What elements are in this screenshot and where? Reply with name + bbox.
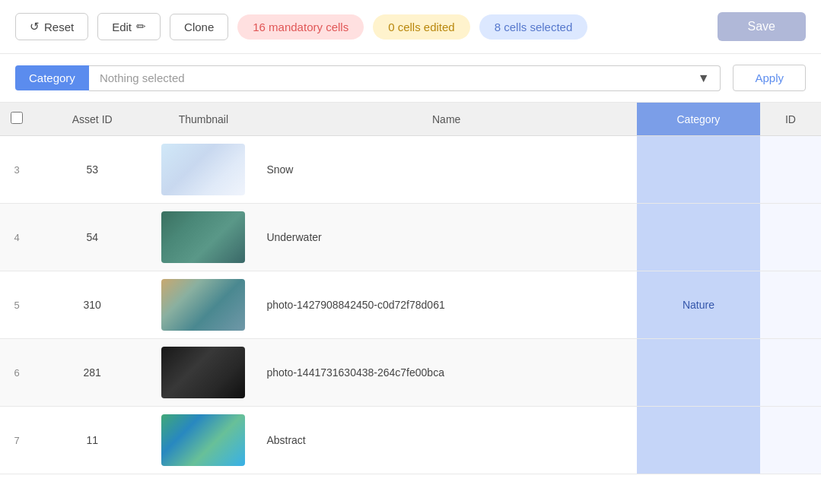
row-number: 7 [0, 407, 33, 474]
selected-cells-badge: 8 cells selected [479, 14, 588, 40]
thumbnail-cell [151, 339, 256, 407]
category-filter-button[interactable]: Category [15, 65, 89, 90]
assets-table: Asset ID Thumbnail Name Category ID 353S… [0, 103, 821, 474]
filter-bar: Category Nothing selected ▼ Apply [0, 54, 821, 103]
table-wrap: Asset ID Thumbnail Name Category ID 353S… [0, 103, 821, 474]
asset-id-header: Asset ID [33, 103, 151, 136]
toolbar: Reset Edit Clone 16 mandatory cells 0 ce… [0, 0, 821, 54]
thumbnail-cell [151, 204, 256, 271]
table-header-row: Asset ID Thumbnail Name Category ID [0, 103, 821, 136]
name-cell: Underwater [256, 204, 637, 271]
select-all-header [0, 103, 33, 136]
edit-label: Edit [112, 21, 132, 33]
row-number: 6 [0, 339, 33, 407]
name-cell: photo-1441731630438-264c7fe00bca [256, 339, 637, 407]
select-all-checkbox[interactable] [11, 112, 23, 124]
asset-id-cell: 281 [33, 339, 151, 407]
name-header: Name [256, 103, 637, 136]
category-header: Category [637, 103, 760, 136]
id-cell [760, 407, 821, 474]
pencil-icon [136, 20, 146, 33]
id-cell [760, 136, 821, 204]
thumbnail-header: Thumbnail [151, 103, 256, 136]
thumbnail-image [161, 279, 245, 331]
thumbnail-image [161, 144, 245, 195]
name-cell: Abstract [256, 407, 637, 474]
category-cell[interactable] [637, 204, 760, 271]
clone-button[interactable]: Clone [170, 14, 228, 40]
reset-button[interactable]: Reset [15, 13, 88, 40]
category-cell[interactable]: Nature [637, 271, 760, 339]
edit-button[interactable]: Edit [97, 13, 161, 40]
table-row: 5310photo-1427908842450-c0d72f78d061Natu… [0, 271, 821, 339]
row-number: 5 [0, 271, 33, 339]
name-cell: photo-1427908842450-c0d72f78d061 [256, 271, 637, 339]
reset-label: Reset [44, 21, 74, 33]
thumbnail-image [161, 414, 245, 466]
reset-icon [30, 20, 40, 33]
id-cell [760, 271, 821, 339]
chevron-down-icon: ▼ [698, 71, 710, 85]
id-header: ID [760, 103, 821, 136]
category-select-placeholder: Nothing selected [100, 71, 698, 84]
id-cell [760, 339, 821, 407]
category-cell[interactable] [637, 339, 760, 407]
category-cell[interactable] [637, 136, 760, 204]
clone-label: Clone [184, 21, 214, 33]
save-button[interactable]: Save [718, 12, 806, 41]
thumbnail-cell [151, 271, 256, 339]
thumbnail-cell [151, 136, 256, 204]
asset-id-cell: 310 [33, 271, 151, 339]
edited-cells-badge: 0 cells edited [373, 14, 470, 40]
row-number: 3 [0, 136, 33, 204]
thumbnail-image [161, 211, 245, 263]
thumbnail-cell [151, 407, 256, 474]
asset-id-cell: 53 [33, 136, 151, 204]
apply-button[interactable]: Apply [733, 65, 806, 91]
category-select[interactable]: Nothing selected ▼ [89, 65, 721, 91]
table-row: 454Underwater [0, 204, 821, 271]
id-cell [760, 204, 821, 271]
category-cell[interactable] [637, 407, 760, 474]
asset-id-cell: 11 [33, 407, 151, 474]
row-number: 4 [0, 204, 33, 271]
table-row: 353Snow [0, 136, 821, 204]
asset-id-cell: 54 [33, 204, 151, 271]
thumbnail-image [161, 347, 245, 398]
name-cell: Snow [256, 136, 637, 204]
table-row: 711Abstract [0, 407, 821, 474]
table-row: 6281photo-1441731630438-264c7fe00bca [0, 339, 821, 407]
mandatory-cells-badge: 16 mandatory cells [237, 14, 364, 40]
